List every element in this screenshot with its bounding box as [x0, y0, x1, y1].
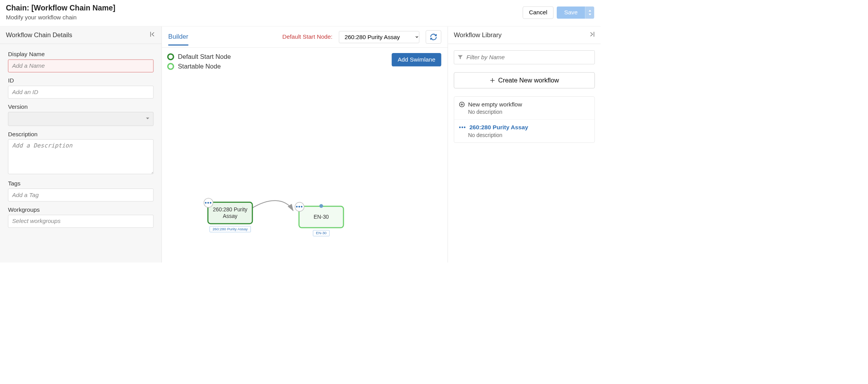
workflow-canvas[interactable]: ••• 260:280 Purity Assay 260:280 Purity …	[162, 48, 448, 262]
workgroups-input[interactable]	[8, 215, 154, 228]
display-name-input[interactable]	[8, 60, 154, 72]
tab-builder[interactable]: Builder	[168, 33, 189, 45]
details-panel-header: Workflow Chain Details	[0, 27, 161, 44]
save-split-button[interactable]: Save	[557, 7, 594, 19]
library-panel-header: Workflow Library	[448, 27, 600, 44]
workflow-node-tag: EN-30	[313, 230, 329, 236]
page-subtitle: Modify your workflow chain	[6, 14, 115, 21]
tags-label: Tags	[8, 180, 154, 187]
library-item-desc: No description	[459, 132, 590, 138]
create-workflow-label: Create New workflow	[498, 77, 559, 84]
page-title: Chain: [Workflow Chain Name]	[6, 4, 115, 12]
workflow-icon: •••	[459, 124, 466, 130]
save-dropdown-caret-icon[interactable]	[585, 7, 594, 19]
refresh-icon	[430, 33, 437, 41]
plus-icon	[490, 78, 495, 83]
save-button[interactable]: Save	[557, 7, 585, 19]
tags-input[interactable]	[8, 189, 154, 201]
details-panel-title: Workflow Chain Details	[6, 31, 72, 39]
plus-circle-icon	[459, 101, 465, 107]
library-item[interactable]: ••• 260:280 Purity Assay No description	[454, 120, 595, 142]
details-form: Display Name ID Version Description Tags…	[0, 44, 161, 235]
collapse-right-icon[interactable]	[589, 31, 595, 39]
page-header: Chain: [Workflow Chain Name] Modify your…	[0, 0, 600, 26]
cancel-button[interactable]: Cancel	[523, 7, 553, 19]
library-item[interactable]: New empty workflow No description	[454, 97, 595, 120]
create-workflow-button[interactable]: Create New workflow	[454, 72, 595, 89]
workflow-node-startable[interactable]: ••• EN-30 EN-30	[298, 206, 344, 228]
details-panel: Workflow Chain Details Display Name ID V…	[0, 27, 162, 263]
version-select[interactable]	[8, 112, 154, 126]
workflow-node-tag: 260:280 Purity Assay	[209, 226, 250, 232]
builder-toolbar: Builder Default Start Node: 260:280 Puri…	[162, 27, 448, 48]
library-item-desc: No description	[459, 109, 590, 115]
display-name-label: Display Name	[8, 51, 154, 58]
default-start-node-label: Default Start Node:	[282, 34, 332, 41]
refresh-button[interactable]	[426, 30, 441, 44]
workflow-node-label: 260:280 Purity Assay	[211, 206, 249, 220]
library-item-title: New empty workflow	[468, 101, 522, 108]
id-label: ID	[8, 77, 154, 84]
description-label: Description	[8, 131, 154, 138]
workflow-node-label: EN-30	[314, 214, 329, 220]
workflow-node-default[interactable]: ••• 260:280 Purity Assay 260:280 Purity …	[208, 202, 253, 224]
collapse-left-icon[interactable]	[150, 31, 156, 39]
builder-panel: Builder Default Start Node: 260:280 Puri…	[162, 27, 448, 263]
library-filter-input[interactable]	[454, 50, 595, 64]
library-panel-title: Workflow Library	[454, 31, 501, 39]
version-label: Version	[8, 103, 154, 110]
library-list: New empty workflow No description ••• 26…	[454, 96, 595, 143]
node-handle-icon[interactable]	[319, 204, 323, 208]
workspace: Workflow Chain Details Display Name ID V…	[0, 26, 600, 262]
workgroups-label: Workgroups	[8, 206, 154, 213]
library-item-title: 260:280 Purity Assay	[469, 124, 528, 131]
filter-icon	[458, 55, 463, 60]
id-input[interactable]	[8, 86, 154, 98]
default-start-node-select[interactable]: 260:280 Purity Assay	[339, 31, 419, 43]
node-menu-icon[interactable]: •••	[204, 198, 213, 207]
node-menu-icon[interactable]: •••	[295, 202, 304, 212]
description-input[interactable]	[8, 139, 154, 174]
library-panel: Workflow Library Create New workflow	[448, 27, 600, 263]
